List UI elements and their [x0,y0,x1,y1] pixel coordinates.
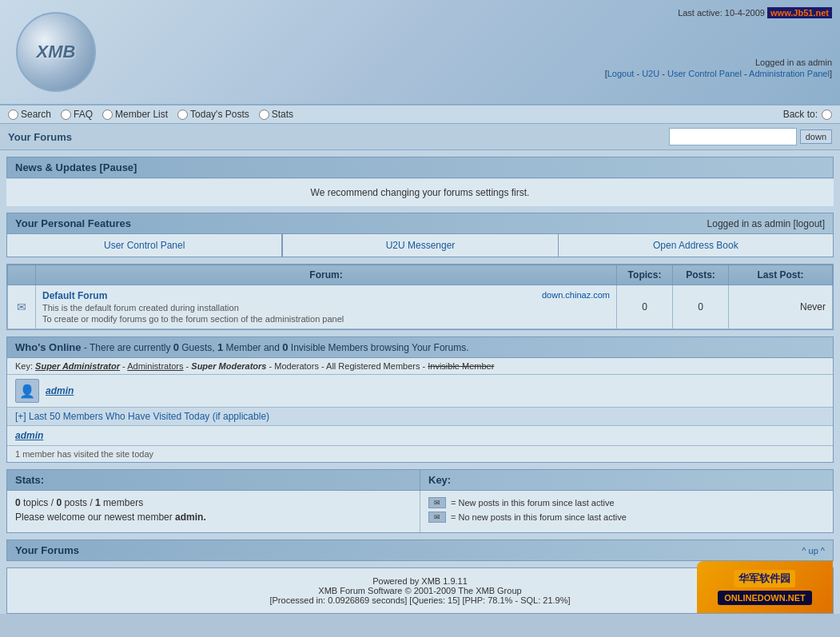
forum-desc: This is the default forum created during… [42,303,344,313]
personal-section: Your Personal Features Logged in as admi… [6,213,834,257]
ucp-link[interactable]: User Control Panel [667,69,742,78]
back-to-radio[interactable] [822,109,832,120]
nav-stats[interactable]: Stats [259,109,293,120]
forum-icon-cell: ✉ [8,285,36,329]
stats-radio[interactable] [259,109,269,120]
stats-section: Stats: Key: 0 topics / 0 posts / 1 membe… [6,469,834,533]
last50-content: admin [7,426,833,446]
table-row: ✉ Default Forum This is the default foru… [8,285,833,329]
panel-buttons: User Control Panel U2U Messenger Open Ad… [7,234,833,257]
up-link[interactable]: ^ up ^ [802,546,825,555]
whos-online-title: Who's Online [15,341,82,353]
your-forums-title: Your Forums [8,131,72,143]
key-invisible: Invisible Member [428,361,494,371]
header: XMB Last active: 10-4-2009 www.Jb51.net … [0,0,840,105]
new-posts-icon: ✉ [428,497,446,508]
search-button[interactable]: down [800,129,832,144]
address-book-button[interactable]: Open Address Book [559,234,833,257]
last-post-cell: Never [729,285,833,329]
footer-watermark: 华军软件园 ONLINEDOWN.NET [697,561,833,613]
personal-header: Your Personal Features Logged in as admi… [7,213,833,234]
key-header: Key: [420,470,833,490]
search-input[interactable] [669,128,797,145]
col-topics: Topics: [617,265,673,285]
watermark-brand: ONLINEDOWN.NET [718,591,811,605]
stats-text: 0 topics / 0 posts / 1 members [15,497,412,508]
nav-links: [Logout - U2U - User Control Panel - Adm… [605,69,832,78]
forum-info-cell: Default Forum This is the default forum … [36,285,617,329]
stats-right: ✉ = New posts in this forum since last a… [420,491,833,532]
u2u-button[interactable]: U2U Messenger [282,234,558,257]
nav-search[interactable]: Search [8,109,51,120]
last-active: Last active: 10-4-2009 www.Jb51.net [605,8,832,18]
key-row-new: ✉ = New posts in this forum since last a… [428,497,825,508]
your-forums-bar: Your Forums down [0,124,840,150]
online-username[interactable]: admin [46,385,74,396]
nav-right: Back to: [783,109,832,120]
col-posts: Posts: [673,265,729,285]
col-icon [8,265,36,285]
whos-key: Key: Super Administrator - Administrator… [7,358,833,375]
logo-text: XMB [37,42,76,62]
search-radio[interactable] [8,109,18,120]
personal-title: Your Personal Features [15,217,131,229]
whos-online-section: Who's Online - There are currently 0 Gue… [6,336,834,463]
ucp-button[interactable]: User Control Panel [7,234,282,257]
logo: XMB [16,12,96,92]
nav-memberlist[interactable]: Member List [102,109,168,120]
nav-left: Search FAQ Member List Today's Posts Sta… [8,109,293,120]
key-super-admin: Super Administrator [35,361,120,371]
news-header: News & Updates [Pause] [6,157,834,178]
user-avatar: 👤 [15,379,39,403]
key-mods: Moderators [274,361,319,371]
col-last-post: Last Post: [729,265,833,285]
stats-welcome: Please welcome our newest member admin. [15,512,412,523]
news-section: News & Updates [Pause] We recommend chan… [6,157,834,206]
search-box: down [669,128,832,145]
avatar-icon: 👤 [19,384,35,399]
watermark-site: 华军软件园 [734,570,795,587]
key-super-mods: Super Moderators [191,361,266,371]
forum-desc2: To create or modify forums go to the for… [42,314,344,324]
nav-todays-posts[interactable]: Today's Posts [177,109,249,120]
u2u-link[interactable]: U2U [642,69,659,78]
envelope-icon: ✉ [17,301,26,313]
key-registered: All Registered Members [326,361,420,371]
last50-header[interactable]: [+] Last 50 Members Who Have Visited Tod… [7,408,833,426]
topics-cell: 0 [617,285,673,329]
stats-header: Stats: [7,470,420,490]
bottom-forums-title: Your Forums [15,544,79,556]
admin-panel-link[interactable]: Administration Panel [749,69,830,78]
key-label: Key: [15,361,35,371]
forum-table: Forum: Topics: Posts: Last Post: ✉ [7,265,833,329]
header-right: Last active: 10-4-2009 www.Jb51.net Logg… [605,8,832,78]
stats-grid: 0 topics / 0 posts / 1 members Please we… [7,491,833,532]
news-content: We recommend changing your forums settin… [6,179,834,206]
last50-username[interactable]: admin [15,430,43,441]
memberlist-radio[interactable] [102,109,113,120]
faq-radio[interactable] [61,109,71,120]
logged-in-info: Logged in as admin [605,58,832,67]
key-row-no-new: ✉ = No new posts in this forum since las… [428,512,825,523]
nav-faq[interactable]: FAQ [61,109,93,120]
whos-user-row: 👤 admin [7,375,833,408]
stats-header-row: Stats: Key: [7,470,833,491]
personal-logged-in: Logged in as admin [logout] [707,218,825,229]
col-forum: Forum: [36,265,617,285]
nav-bar: Search FAQ Member List Today's Posts Sta… [0,105,840,124]
no-new-posts-icon: ✉ [428,512,446,523]
todays-posts-radio[interactable] [177,109,188,120]
forum-name: Default Forum [42,290,344,301]
stats-left: 0 topics / 0 posts / 1 members Please we… [7,491,420,532]
whos-online-summary: - There are currently 0 Guests, 1 Member… [84,342,469,353]
posts-cell: 0 [673,285,729,329]
logout-link[interactable]: Logout [607,69,635,78]
key-admins: Administrators [127,361,183,371]
bottom-forums-bar: Your Forums ^ up ^ [6,539,834,561]
footer: Powered by XMB 1.9.11 XMB Forum Software… [6,567,834,614]
watermark-jb51: www.Jb51.net [767,7,832,18]
last50-visited: 1 member has visited the site today [7,446,833,462]
forum-section: Forum: Topics: Posts: Last Post: ✉ [6,264,834,330]
forum-url: down.chinaz.com [542,290,610,300]
whos-online-header: Who's Online - There are currently 0 Gue… [7,337,833,358]
